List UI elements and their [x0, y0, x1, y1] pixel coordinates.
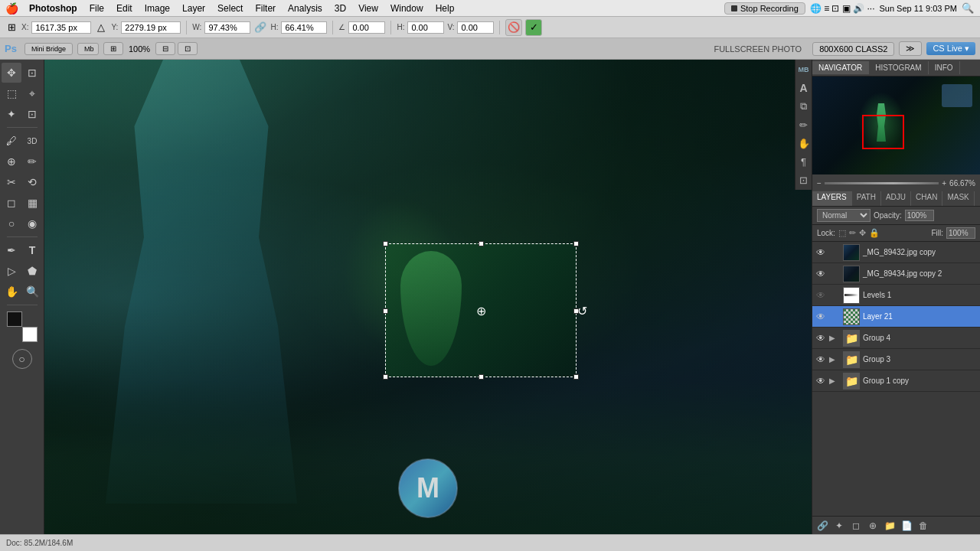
layer-item[interactable]: 👁 _MG_89434.jpg copy 2 [812, 263, 980, 285]
handle-mid-left[interactable] [383, 308, 388, 314]
layer-visibility-toggle[interactable]: 👁 [815, 290, 826, 301]
shape-tool[interactable]: ⬟ [22, 261, 42, 281]
menu-edit[interactable]: Edit [110, 0, 139, 17]
tab-path[interactable]: PATH [852, 191, 881, 206]
add-effect-button[interactable]: ✦ [832, 519, 846, 533]
commit-transform-button[interactable]: ✓ [525, 19, 542, 36]
delete-layer-button[interactable]: 🗑 [916, 519, 930, 533]
layer-item[interactable]: 👁 ▶ 📁 Group 1 copy [812, 370, 980, 392]
lock-transparent-icon[interactable]: ⬚ [838, 228, 846, 238]
cs-live-button[interactable]: CS Live ▾ [926, 42, 975, 55]
menu-file[interactable]: File [83, 0, 110, 17]
add-layer-button[interactable]: 📄 [900, 519, 913, 533]
fill-input[interactable] [946, 227, 975, 239]
handle-bottom-left[interactable] [383, 374, 388, 380]
menu-view[interactable]: View [352, 0, 384, 17]
transform-selection[interactable]: ⊕ ↺ [385, 243, 577, 377]
layer-visibility-toggle[interactable]: 👁 [815, 354, 826, 365]
zoom-in-icon[interactable]: + [942, 179, 946, 187]
blur-tool[interactable]: ◉ [22, 214, 42, 233]
eraser-tool[interactable]: ◻ [2, 193, 21, 213]
crop-tool[interactable]: ⊡ [22, 104, 42, 124]
panel-icon-hand2[interactable]: ✋ [797, 136, 811, 150]
lasso-tool[interactable]: ⌖ [22, 83, 42, 103]
quick-mask-tool[interactable]: ○ [12, 349, 32, 369]
handle-bottom-center[interactable] [479, 374, 484, 380]
navigator-view-box[interactable] [862, 115, 904, 149]
tab-info[interactable]: INFO [929, 61, 960, 74]
menu-layer[interactable]: Layer [176, 0, 211, 17]
link-icon[interactable]: 🔗 [253, 21, 267, 34]
panels-button[interactable]: ≫ [899, 41, 922, 56]
angle-input[interactable] [348, 21, 385, 34]
panel-icon-layers2[interactable]: ⧉ [797, 99, 811, 113]
panel-icon-text[interactable]: A [797, 81, 811, 95]
hand-tool[interactable]: ✋ [2, 282, 21, 302]
lock-all-icon[interactable]: 🔒 [869, 228, 880, 238]
handle-top-left[interactable] [383, 241, 388, 246]
panel-icon-mb[interactable]: MB [797, 63, 811, 77]
panel-icon-options[interactable]: ⊡ [797, 173, 811, 187]
eyedropper-tool[interactable]: 🖋 [2, 131, 21, 151]
layer-item-active[interactable]: 👁 Layer 21 [812, 306, 980, 328]
y-input[interactable] [121, 21, 181, 34]
layer-visibility-toggle[interactable]: 👁 [815, 311, 826, 322]
brush-tool[interactable]: ✏ [22, 152, 42, 171]
cancel-transform-button[interactable]: 🚫 [505, 19, 522, 36]
panel-icon-brush[interactable]: ✏ [797, 118, 811, 132]
vskew-input[interactable] [457, 21, 494, 34]
zoom-out-icon[interactable]: − [817, 179, 822, 187]
type-tool[interactable]: T [22, 240, 42, 260]
magic-wand-tool[interactable]: ✦ [2, 104, 21, 124]
layer-item[interactable]: 👁 _MG_89432.jpg copy [812, 242, 980, 263]
link-layers-button[interactable]: 🔗 [815, 519, 829, 533]
menu-3d[interactable]: 3D [328, 0, 352, 17]
panel-icon-paragraph[interactable]: ¶ [797, 155, 811, 168]
tab-masks[interactable]: MASK [942, 191, 974, 206]
handle-top-right[interactable] [573, 241, 579, 246]
blend-mode-select[interactable]: Normal Multiply Screen Overlay [817, 209, 871, 222]
menu-photoshop[interactable]: Photoshop [23, 0, 83, 17]
canvas-view-button[interactable]: ⊞ [103, 42, 123, 55]
layer-item[interactable]: 👁 ▶ 📁 Group 3 [812, 349, 980, 370]
history-tool[interactable]: ⟲ [22, 172, 42, 192]
background-color-swatch[interactable] [22, 327, 38, 342]
lock-paint-icon[interactable]: ✏ [849, 228, 856, 238]
center-crosshair[interactable]: ⊕ [476, 303, 486, 318]
menu-image[interactable]: Image [139, 0, 176, 17]
menu-select[interactable]: Select [211, 0, 249, 17]
layer-visibility-toggle[interactable]: 👁 [815, 269, 826, 279]
handle-bottom-right[interactable] [573, 374, 579, 380]
add-group-button[interactable]: 📁 [883, 519, 897, 533]
layer-group-expand[interactable]: ▶ [829, 334, 840, 342]
pen-tool[interactable]: ✒ [2, 240, 21, 260]
view-options-button[interactable]: ⊟ [155, 42, 175, 55]
layer-visibility-toggle[interactable]: 👁 [815, 376, 826, 386]
w-input[interactable] [204, 21, 250, 34]
add-adjustment-button[interactable]: ⊕ [866, 519, 880, 533]
tab-layers[interactable]: LAYERS [812, 191, 852, 206]
h-input[interactable] [281, 21, 327, 34]
clone-tool[interactable]: ✂ [2, 172, 21, 192]
3d-material-tool[interactable]: 3D [22, 131, 42, 151]
rotate-handle[interactable]: ↺ [577, 303, 587, 318]
arrangement-button[interactable]: ⊡ [178, 42, 198, 55]
tab-navigator[interactable]: NAVIGATOR [812, 61, 869, 74]
mini-bridge-button[interactable]: Mini Bridge [24, 43, 73, 55]
menu-window[interactable]: Window [384, 0, 430, 17]
menu-filter[interactable]: Filter [249, 0, 282, 17]
x-input[interactable] [31, 21, 91, 34]
menu-help[interactable]: Help [430, 0, 461, 17]
move-tool[interactable]: ✥ [2, 63, 21, 83]
class-selector[interactable]: 800X600 CLASS2 [812, 42, 894, 56]
menu-analysis[interactable]: Analysis [282, 0, 328, 17]
apple-menu[interactable]: 🍎 [0, 2, 23, 15]
mb2-button[interactable]: Mb [77, 43, 99, 55]
layer-group-expand[interactable]: ▶ [829, 377, 840, 385]
add-mask-button[interactable]: ◻ [849, 519, 863, 533]
layer-visibility-toggle[interactable]: 👁 [815, 333, 826, 344]
lock-position-icon[interactable]: ✥ [859, 228, 866, 238]
stop-recording-button[interactable]: Stop Recording [724, 2, 805, 15]
hskew-input[interactable] [407, 21, 444, 34]
marquee-tool[interactable]: ⬚ [2, 83, 21, 103]
